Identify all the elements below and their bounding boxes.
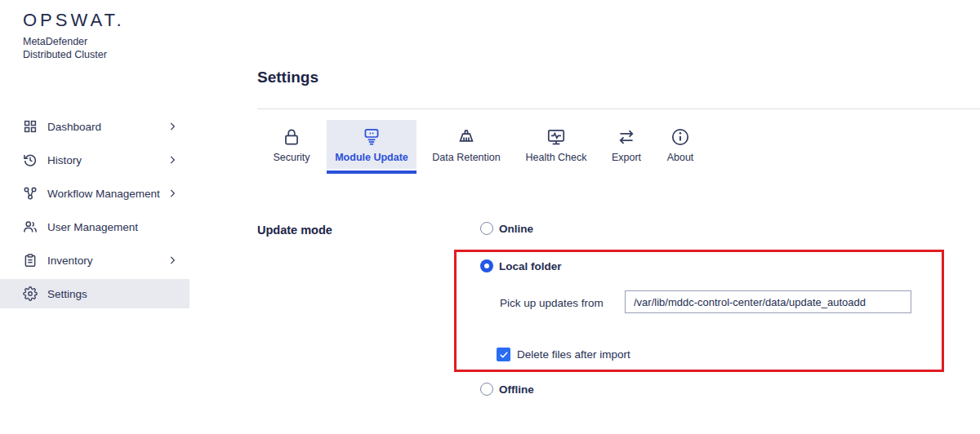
chevron-right-icon — [167, 188, 178, 199]
history-icon — [23, 153, 38, 167]
radio-offline-label: Offline — [499, 383, 534, 396]
tab-about[interactable]: About — [658, 120, 702, 169]
sidebar-item-dashboard[interactable]: Dashboard — [0, 112, 189, 141]
tab-data-retention[interactable]: Data Retention — [427, 120, 506, 169]
tab-label: Security — [273, 152, 310, 163]
transfer-arrows-icon — [616, 125, 637, 149]
radio-offline[interactable]: Offline — [480, 383, 534, 396]
sidebar-item-history[interactable]: History — [0, 145, 189, 175]
users-icon — [23, 219, 38, 234]
tab-label: Data Retention — [432, 152, 500, 163]
logo-subtitle: MetaDefender Distributed Cluster — [23, 35, 125, 61]
tab-label: About — [667, 152, 694, 163]
pick-up-updates-label: Pick up updates from — [500, 297, 604, 309]
radio-online-circle[interactable] — [480, 222, 493, 235]
dashboard-grid-icon — [23, 119, 38, 134]
radio-online[interactable]: Online — [480, 222, 533, 235]
module-update-icon — [361, 125, 382, 149]
tab-health-check[interactable]: Health Check — [520, 120, 592, 169]
app-root: OPSWAT. MetaDefender Distributed Cluster… — [0, 0, 980, 434]
chevron-right-icon — [167, 121, 178, 132]
sidebar-item-workflow-management[interactable]: Workflow Management — [0, 179, 189, 208]
sidebar-item-label: Workflow Management — [47, 188, 167, 200]
sidebar-item-label: Settings — [47, 288, 178, 300]
sidebar-item-label: Inventory — [47, 255, 167, 267]
chevron-right-icon — [167, 255, 178, 266]
logo-wordmark: OPSWAT. — [23, 10, 125, 31]
tab-label: Health Check — [525, 152, 586, 163]
checkbox-checked-icon[interactable] — [497, 348, 510, 361]
update-mode-label: Update mode — [257, 224, 332, 237]
lock-icon — [281, 125, 302, 149]
tab-security[interactable]: Security — [265, 120, 318, 169]
sidebar-item-inventory[interactable]: Inventory — [0, 246, 189, 275]
delete-files-checkbox-label: Delete files after import — [517, 348, 630, 361]
gear-icon — [23, 286, 38, 301]
logo: OPSWAT. MetaDefender Distributed Cluster — [23, 10, 125, 61]
health-monitor-icon — [546, 125, 567, 149]
sidebar-item-user-management[interactable]: User Management — [0, 212, 189, 241]
info-circle-icon — [670, 125, 691, 149]
clipboard-icon — [23, 253, 38, 268]
chevron-right-icon — [167, 154, 178, 166]
workflow-nodes-icon — [23, 186, 38, 201]
logo-product-line: MetaDefender — [23, 35, 125, 48]
sidebar-item-label: User Management — [47, 221, 178, 233]
page-title: Settings — [257, 69, 318, 86]
radio-local-folder[interactable]: Local folder — [480, 259, 562, 272]
logo-product-line2: Distributed Cluster — [23, 48, 125, 61]
sidebar-item-settings[interactable]: Settings — [0, 279, 189, 308]
radio-local-folder-label: Local folder — [499, 260, 562, 272]
sidebar: OPSWAT. MetaDefender Distributed Cluster… — [0, 0, 189, 434]
tab-export[interactable]: Export — [605, 120, 648, 169]
radio-online-label: Online — [499, 223, 533, 235]
sidebar-item-label: Dashboard — [47, 121, 167, 133]
tab-module-update[interactable]: Module Update — [327, 120, 416, 169]
tab-label: Module Update — [335, 152, 408, 163]
sidebar-item-label: History — [47, 154, 167, 166]
radio-offline-circle[interactable] — [480, 383, 493, 396]
tabs-top-divider — [257, 108, 980, 109]
broom-icon — [456, 125, 477, 149]
tab-label: Export — [612, 152, 641, 163]
radio-local-folder-circle[interactable] — [480, 259, 493, 272]
pick-up-updates-input[interactable] — [625, 290, 911, 313]
delete-files-checkbox-row[interactable]: Delete files after import — [497, 348, 630, 361]
